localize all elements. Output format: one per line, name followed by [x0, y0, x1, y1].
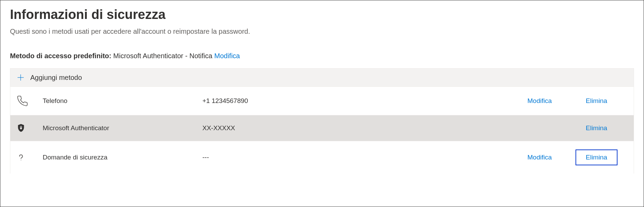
add-method-label: Aggiungi metodo [30, 74, 82, 82]
add-method-button[interactable]: Aggiungi metodo [10, 69, 634, 87]
method-value: --- [202, 154, 409, 161]
svg-point-3 [21, 160, 21, 161]
method-row-security-questions: Domande di sicurezza --- Modifica Elimin… [10, 141, 634, 174]
default-method-line: Metodo di accesso predefinito: Microsoft… [10, 52, 634, 60]
page-subtitle: Questi sono i metodi usati per accedere … [10, 28, 634, 35]
modify-link[interactable]: Modifica [409, 97, 566, 105]
delete-link-highlighted[interactable]: Elimina [576, 149, 617, 165]
method-name: Microsoft Authenticator [37, 124, 202, 132]
page-title: Informazioni di sicurezza [10, 7, 634, 22]
question-icon [17, 153, 37, 162]
method-value: XX-XXXXX [202, 124, 409, 132]
method-row-phone: Telefono +1 1234567890 Modifica Elimina [10, 87, 634, 115]
svg-rect-2 [20, 127, 22, 129]
method-name: Telefono [37, 97, 202, 105]
default-method-modify-link[interactable]: Modifica [214, 52, 240, 60]
phone-icon [17, 95, 37, 107]
plus-icon [17, 73, 25, 82]
method-name: Domande di sicurezza [37, 154, 202, 161]
delete-link[interactable]: Elimina [566, 97, 627, 105]
delete-cell: Elimina [566, 149, 627, 165]
method-value: +1 1234567890 [202, 97, 409, 105]
delete-link[interactable]: Elimina [566, 124, 627, 132]
default-method-value: Microsoft Authenticator - Notifica [113, 52, 212, 60]
methods-table: Aggiungi metodo Telefono +1 1234567890 M… [10, 68, 634, 174]
method-row-authenticator: Microsoft Authenticator XX-XXXXX Elimina [10, 115, 634, 141]
default-method-label: Metodo di accesso predefinito: [10, 52, 111, 60]
modify-link[interactable]: Modifica [409, 154, 566, 161]
authenticator-icon [17, 124, 37, 133]
